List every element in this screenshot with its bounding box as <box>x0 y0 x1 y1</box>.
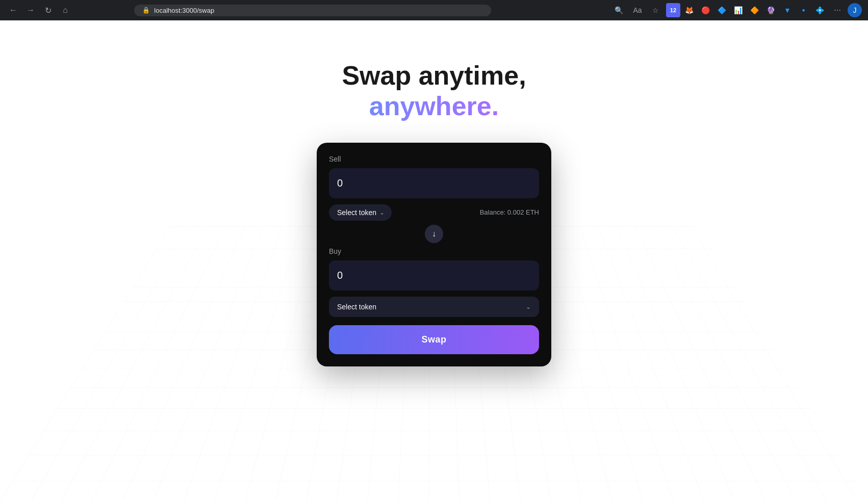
swap-button-label: Swap <box>421 334 446 345</box>
ext-icon-3[interactable]: 🔴 <box>699 3 713 17</box>
browser-actions: 🔍 Aa ☆ 12 🦊 🔴 🔷 📊 🔶 🔮 ▼ 🔹 💠 ⋯ J <box>611 2 862 18</box>
bookmark-icon[interactable]: ☆ <box>648 2 664 18</box>
ext-icon-6[interactable]: 🔶 <box>748 3 762 17</box>
swap-down-arrow-icon: ↓ <box>432 229 436 239</box>
profile-icon[interactable]: J <box>848 3 862 17</box>
sell-balance-text: Balance: 0.002 ETH <box>480 208 539 216</box>
search-icon[interactable]: 🔍 <box>611 2 627 18</box>
ext-icon-1[interactable]: 12 <box>666 3 680 17</box>
sell-token-select-button[interactable]: Select token ⌄ <box>329 204 392 221</box>
ext-icon-9[interactable]: 🔹 <box>797 3 811 17</box>
more-options-icon[interactable]: ⋯ <box>829 2 846 18</box>
sell-chevron-down-icon: ⌄ <box>379 209 385 216</box>
reader-mode-icon[interactable]: Aa <box>629 2 646 18</box>
buy-label: Buy <box>329 247 539 255</box>
back-button[interactable]: ← <box>6 3 20 17</box>
sell-token-label: Select token <box>337 208 376 217</box>
address-bar[interactable]: 🔒 localhost:3000/swap <box>134 5 491 16</box>
sell-section: Sell Select token ⌄ Balance: 0.002 ETH <box>329 155 539 221</box>
hero-title-line2: anywhere. <box>342 90 526 122</box>
buy-section: Buy Select token ⌄ <box>329 247 539 317</box>
buy-token-label: Select token <box>337 303 376 311</box>
ext-icon-4[interactable]: 🔷 <box>715 3 729 17</box>
swap-button[interactable]: Swap <box>329 325 539 354</box>
sell-amount-input[interactable] <box>329 168 539 198</box>
ext-icon-5[interactable]: 📊 <box>731 3 746 17</box>
browser-chrome: ← → ↻ ⌂ 🔒 localhost:3000/swap 🔍 Aa ☆ 12 … <box>0 0 868 20</box>
hero-title: Swap anytime, anywhere. <box>342 61 526 122</box>
hero-title-line1: Swap anytime, <box>342 61 526 90</box>
page-content: Swap anytime, anywhere. Sell Select toke… <box>0 20 868 501</box>
swap-widget: Sell Select token ⌄ Balance: 0.002 ETH ↓… <box>317 143 551 366</box>
ext-icon-8[interactable]: ▼ <box>780 3 795 17</box>
ext-icon-7[interactable]: 🔮 <box>764 3 778 17</box>
sell-label: Sell <box>329 155 539 163</box>
sell-token-row: Select token ⌄ Balance: 0.002 ETH <box>329 204 539 221</box>
ext-icon-2[interactable]: 🦊 <box>682 3 697 17</box>
home-button[interactable]: ⌂ <box>58 3 72 17</box>
ext-icon-10[interactable]: 💠 <box>813 3 827 17</box>
refresh-button[interactable]: ↻ <box>41 3 55 17</box>
buy-chevron-down-icon: ⌄ <box>526 303 531 310</box>
url-text: localhost:3000/swap <box>154 7 214 14</box>
browser-nav: ← → ↻ ⌂ <box>6 3 72 17</box>
lock-icon: 🔒 <box>142 7 150 14</box>
buy-amount-input[interactable] <box>329 260 539 291</box>
swap-direction-button[interactable]: ↓ <box>425 225 443 243</box>
buy-token-select-button[interactable]: Select token ⌄ <box>329 297 539 317</box>
extension-icons: 12 🦊 🔴 🔷 📊 🔶 🔮 ▼ 🔹 💠 <box>666 3 827 17</box>
swap-direction-area: ↓ <box>329 225 539 243</box>
forward-button[interactable]: → <box>23 3 38 17</box>
